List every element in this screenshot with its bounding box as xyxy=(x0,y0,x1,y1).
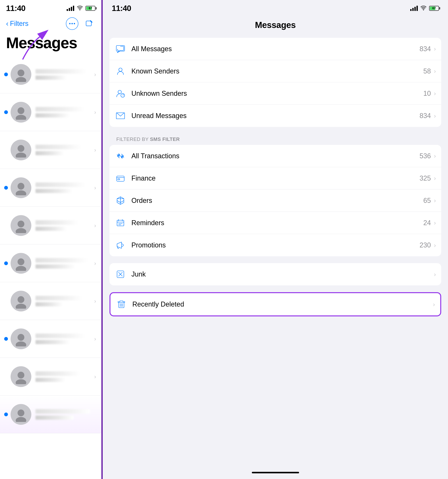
svg-point-19 xyxy=(16,304,26,309)
list-item[interactable]: › xyxy=(0,320,101,358)
junk-row[interactable]: Junk › xyxy=(110,263,441,285)
finance-row[interactable]: Finance 325 › xyxy=(110,167,441,189)
known-senders-icon xyxy=(115,66,126,77)
unknown-senders-row[interactable]: ? Unknown Senders 10 › xyxy=(110,82,441,105)
known-senders-row[interactable]: Known Senders 58 › xyxy=(110,60,441,82)
wifi-icon-right xyxy=(421,5,427,12)
status-icons-right: 67 xyxy=(410,5,439,12)
avatar xyxy=(11,253,31,274)
chevron-icon: › xyxy=(434,112,436,119)
unknown-senders-count: 10 xyxy=(423,90,431,97)
svg-point-23 xyxy=(16,379,26,384)
arrow-annotation xyxy=(19,29,53,64)
recently-deleted-label: Recently Deleted xyxy=(132,300,433,308)
chevron-left-icon: ‹ xyxy=(6,20,8,27)
finance-count: 325 xyxy=(420,174,431,182)
header-actions xyxy=(66,17,95,30)
all-transactions-row[interactable]: All Transactions 536 › xyxy=(110,145,441,167)
svg-point-13 xyxy=(16,190,26,195)
status-bar-left: 11:40 67 xyxy=(0,0,101,15)
chevron-icon: › xyxy=(434,242,436,249)
reminders-icon xyxy=(115,217,126,229)
unread-indicator xyxy=(4,186,8,190)
unread-indicator xyxy=(4,110,8,114)
compose-button[interactable] xyxy=(83,17,95,30)
page-title-right: Messages xyxy=(255,20,296,30)
sms-filter-group: All Transactions 536 › Finance 325 › xyxy=(110,145,441,256)
svg-point-10 xyxy=(18,145,24,152)
filters-back-button[interactable]: ‹ Filters xyxy=(6,20,28,27)
svg-rect-33 xyxy=(117,220,124,226)
avatar xyxy=(11,140,31,160)
avatar xyxy=(11,291,31,312)
reminders-count: 24 xyxy=(423,219,431,227)
svg-point-11 xyxy=(16,153,26,158)
orders-count: 65 xyxy=(423,197,431,205)
unread-messages-row[interactable]: Unread Messages 834 › xyxy=(110,105,441,127)
list-item[interactable]: › xyxy=(0,207,101,244)
avatar xyxy=(11,102,31,123)
svg-point-14 xyxy=(18,221,24,227)
svg-point-27 xyxy=(119,68,122,71)
svg-point-28 xyxy=(118,90,121,94)
svg-point-1 xyxy=(69,23,71,24)
avatar xyxy=(11,404,31,425)
chevron-icon: › xyxy=(434,45,436,52)
finance-label: Finance xyxy=(132,174,420,182)
svg-point-26 xyxy=(423,9,424,10)
svg-text:?: ? xyxy=(122,94,124,97)
all-messages-icon xyxy=(115,43,126,55)
svg-point-16 xyxy=(18,258,24,265)
chevron-icon: › xyxy=(434,175,436,182)
unread-indicator xyxy=(4,412,8,416)
orders-row[interactable]: Orders 65 › xyxy=(110,189,441,212)
list-item[interactable]: › xyxy=(0,244,101,282)
left-panel: 11:40 67 ‹ xyxy=(0,0,102,479)
signal-icon xyxy=(67,6,74,11)
orders-icon xyxy=(115,195,126,206)
svg-rect-32 xyxy=(118,179,120,180)
promotions-row[interactable]: Promotions 230 › xyxy=(110,234,441,256)
all-transactions-count: 536 xyxy=(420,152,431,160)
battery-icon-right: 67 xyxy=(429,6,439,11)
chevron-icon: › xyxy=(433,301,435,308)
known-senders-count: 58 xyxy=(423,67,431,75)
top-filter-group: All Messages 834 › Known Senders 58 › xyxy=(110,38,441,127)
reminders-row[interactable]: Reminders 24 › xyxy=(110,212,441,234)
unread-indicator xyxy=(4,73,8,76)
svg-point-8 xyxy=(18,107,24,114)
svg-point-15 xyxy=(16,228,26,233)
unread-indicator xyxy=(4,337,8,341)
right-panel: 11:40 67 Messages xyxy=(103,0,448,479)
svg-point-18 xyxy=(18,296,24,303)
list-item[interactable]: › xyxy=(0,93,101,131)
signal-icon-right xyxy=(410,6,418,11)
svg-point-0 xyxy=(79,9,80,10)
list-item[interactable] xyxy=(0,396,101,433)
promotions-count: 230 xyxy=(420,241,431,249)
list-item[interactable]: › xyxy=(0,282,101,320)
avatar xyxy=(11,177,31,198)
list-item[interactable]: › xyxy=(0,169,101,207)
list-item[interactable]: › xyxy=(0,131,101,169)
list-item[interactable]: › xyxy=(0,358,101,396)
junk-group: Junk › xyxy=(110,263,441,285)
time-right: 11:40 xyxy=(112,4,131,13)
chevron-icon: › xyxy=(434,219,436,226)
known-senders-label: Known Senders xyxy=(132,67,423,75)
unknown-senders-icon: ? xyxy=(115,88,126,99)
svg-point-21 xyxy=(16,341,26,346)
all-transactions-label: All Transactions xyxy=(132,152,420,160)
wifi-icon xyxy=(77,5,83,12)
status-bar-right: 11:40 67 xyxy=(103,0,448,15)
sms-filter-section-header: FILTERED BY SMS FILTER xyxy=(110,134,441,145)
svg-point-7 xyxy=(16,77,26,82)
all-messages-row[interactable]: All Messages 834 › xyxy=(110,38,441,60)
avatar xyxy=(11,328,31,349)
chevron-icon: › xyxy=(434,271,436,278)
more-options-button[interactable] xyxy=(66,17,78,30)
time-left: 11:40 xyxy=(6,4,25,13)
svg-point-2 xyxy=(72,23,73,24)
avatar xyxy=(11,64,31,85)
recently-deleted-row[interactable]: Recently Deleted › xyxy=(111,293,440,315)
